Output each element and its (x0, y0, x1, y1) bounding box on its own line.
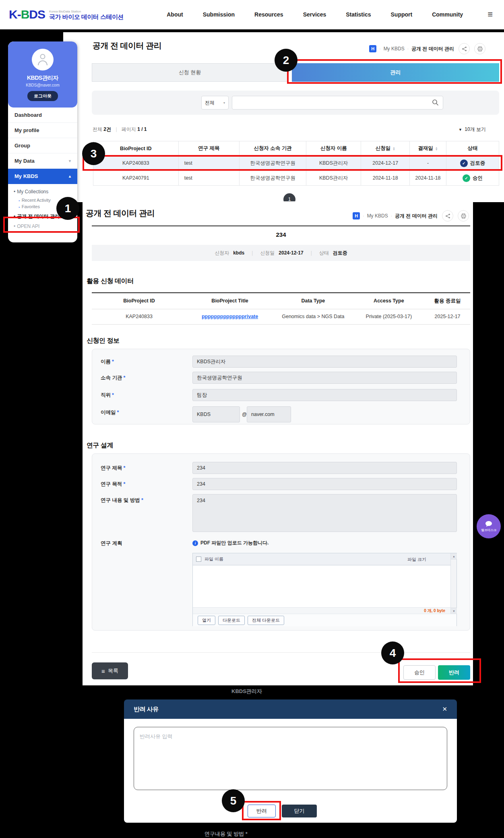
file-open-button[interactable]: 열기 (198, 616, 215, 625)
cell-data-type: Genomics data > NGS Data (273, 309, 353, 324)
nav-resources[interactable]: Resources (254, 11, 283, 18)
select-all-checkbox[interactable] (196, 557, 201, 562)
required-icon: * (141, 497, 143, 503)
cell-status: ✓승인 (446, 171, 499, 186)
tab-application-status[interactable]: 신청 현황 (92, 63, 288, 82)
research-title-label: 연구 제목* (101, 465, 125, 472)
user-name: KBDS관리자 (8, 74, 77, 82)
applicant-info-panel: 이름* KBDS관리자 소속 기관* 한국생명공학연구원 직위* 팀장 이메일*… (92, 349, 470, 424)
breadcrumb-parent[interactable]: My KBDS (367, 213, 388, 219)
nav-support[interactable]: Support (391, 11, 413, 18)
breadcrumb-parent[interactable]: My KBDS (384, 46, 405, 52)
research-purpose-field[interactable]: 234 (192, 478, 457, 490)
dimmed-background-text: 연구내용 및 방법 * (204, 830, 248, 838)
cell-applicant-name: KBDS관리자 (306, 156, 361, 171)
main-nav: About Submission Resources Services Stat… (167, 10, 493, 19)
file-download-all-button[interactable]: 전체 다운로드 (248, 616, 284, 625)
search-icon[interactable] (432, 99, 439, 106)
nav-statistics[interactable]: Statistics (346, 11, 371, 18)
request-table: BioProject ID 연구 제목 신청자 소속 기관 신청자 이름 신청일… (93, 141, 499, 186)
sidebar-item-my-profile[interactable]: My profile (8, 123, 77, 138)
name-field[interactable]: KBDS관리자 (192, 356, 457, 368)
sidebar-item-my-kbds[interactable]: My KBDS▴ (8, 169, 77, 184)
nav-submission[interactable]: Submission (203, 11, 235, 18)
page-size-select[interactable]: ▼ 10개 보기 (459, 126, 486, 133)
required-icon: * (123, 465, 125, 471)
annotation-badge-3: 3 (82, 142, 105, 165)
research-method-field[interactable]: 234 (192, 494, 457, 532)
chat-icon (485, 521, 492, 527)
kbds-logo[interactable]: K-BDS Korea BioData Station 국가 바이오 데이터 스… (9, 8, 124, 21)
sidebar-item-my-collections[interactable]: •My Collections (14, 189, 72, 194)
reject-button[interactable]: 반려 (438, 665, 470, 680)
review-status-icon: ✓ (460, 159, 468, 167)
modal-reject-button[interactable]: 반려 (248, 805, 276, 817)
back-to-list-button[interactable]: ≡ 목록 (92, 662, 128, 679)
tab-management[interactable]: 관리 (292, 63, 499, 82)
sort-icon[interactable]: ▲▼ (392, 147, 395, 151)
scroll-down-icon[interactable]: ▼ (451, 608, 457, 614)
scroll-up-icon[interactable]: ▲ (451, 553, 457, 559)
research-plan-label: 연구 계획 (101, 540, 122, 547)
nav-community[interactable]: Community (432, 11, 463, 18)
close-icon[interactable]: ✕ (442, 706, 447, 713)
file-size-column: 파일 크기 (407, 557, 426, 563)
email-id-field[interactable]: KBDS (192, 406, 240, 422)
modal-close-button[interactable]: 닫기 (282, 805, 317, 817)
cell-bioproject-id: KAP240791 (93, 171, 179, 186)
required-icon: * (123, 375, 125, 381)
breadcrumb-separator: · (407, 47, 409, 51)
helpdesk-button[interactable]: 헬프데스크 (477, 514, 501, 538)
sidebar-item-group[interactable]: Group (8, 138, 77, 153)
breadcrumb-separator: · (391, 214, 392, 218)
file-download-button[interactable]: 다운로드 (218, 616, 245, 625)
print-icon[interactable] (458, 210, 469, 221)
reject-reason-textarea[interactable] (134, 727, 447, 790)
print-icon[interactable] (474, 43, 485, 54)
hamburger-menu-icon[interactable]: ≡ (487, 10, 493, 19)
logout-button[interactable]: 로그아웃 (27, 91, 58, 101)
home-icon[interactable]: H (369, 45, 376, 52)
col-apply-date[interactable]: 신청일▲▼ (361, 141, 410, 156)
position-label: 직위* (101, 392, 114, 399)
info-icon: i (192, 540, 198, 546)
sort-icon[interactable]: ▲▼ (435, 147, 438, 151)
list-icon: ≡ (101, 668, 105, 675)
home-icon[interactable]: H (353, 212, 360, 219)
share-icon[interactable] (442, 210, 453, 221)
search-filter-select[interactable]: 전체 ▾ (201, 96, 229, 110)
breadcrumb-separator: · (379, 47, 380, 51)
approve-status-icon: ✓ (463, 174, 470, 182)
table-row[interactable]: KAP240833 test 한국생명공학연구원 KBDS관리자 2024-12… (93, 156, 499, 171)
search-filter-value: 전체 (205, 99, 215, 106)
meta-date: 2024-12-17 (279, 250, 303, 256)
col-approve-date[interactable]: 결재일▲▼ (410, 141, 446, 156)
approve-button[interactable]: 승인 (403, 665, 436, 680)
sidebar-item-my-data[interactable]: My Data▾ (8, 153, 77, 169)
file-scrollbar[interactable]: ▲ ▼ (450, 553, 456, 614)
org-label: 소속 기관* (101, 375, 125, 381)
dimmed-background-text: KBDS관리자 (231, 688, 262, 695)
cell-bioproject-id: KAP240833 (92, 309, 186, 324)
table-row[interactable]: KAP240791 test 한국생명공학연구원 KBDS관리자 2024-11… (93, 171, 499, 186)
nav-about[interactable]: About (167, 11, 183, 18)
bioproject-title-link[interactable]: pppppppppppppprivate (202, 314, 258, 319)
required-icon: * (112, 392, 114, 398)
nav-services[interactable]: Services (303, 11, 326, 18)
search-bar: 전체 ▾ (92, 91, 499, 115)
data-request-heading: 활용 신청 데이터 (87, 277, 133, 286)
search-input[interactable] (232, 96, 443, 110)
share-icon[interactable] (459, 43, 470, 54)
sidebar-item-open-api[interactable]: •OPEN API (14, 223, 72, 229)
research-title-field[interactable]: 234 (192, 462, 457, 474)
sidebar-item-dashboard[interactable]: Dashboard (8, 108, 77, 123)
org-field[interactable]: 한국생명공학연구원 (192, 372, 457, 384)
cell-apply-date: 2024-12-17 (361, 156, 410, 171)
email-domain-field[interactable]: naver.com (247, 406, 291, 422)
position-field[interactable]: 팀장 (192, 389, 457, 401)
logo-k: K- (9, 8, 21, 21)
required-icon: * (117, 410, 119, 415)
dropdown-arrow-icon: ▼ (459, 128, 462, 132)
footer-divider (92, 652, 470, 653)
global-header: K-BDS Korea BioData Station 국가 바이오 데이터 스… (0, 0, 504, 29)
